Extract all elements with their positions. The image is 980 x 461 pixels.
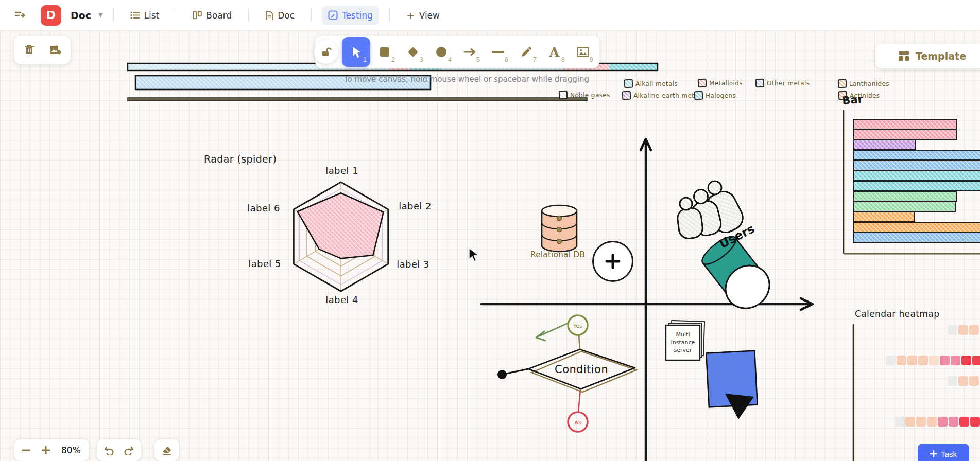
legend-label: Noble gases [570,91,610,99]
legend-item[interactable]: Other metals [755,79,810,87]
minus-icon [22,449,30,451]
calendar-heatmap[interactable] [851,319,980,461]
eraser-icon [161,445,173,455]
delete-button[interactable] [19,40,40,60]
diamond-icon [407,46,419,58]
tool-circle[interactable]: 4 [427,37,455,67]
tool-pencil[interactable]: 7 [512,37,540,67]
add-view-button[interactable]: + View [400,5,446,26]
note-line-2: Instance [671,339,695,346]
tool-line[interactable]: 6 [484,37,512,67]
whiteboard-canvas[interactable]: Noble gasesAlkali metalsAlkaline-earth m… [0,31,980,461]
tab-label: Board [206,10,232,21]
lock-button[interactable] [314,40,338,64]
tool-select[interactable]: 1 [342,37,370,67]
tool-image[interactable]: 9 [569,37,597,67]
circle-icon [436,46,447,58]
plus-icon [42,446,50,454]
doc-icon [265,11,273,20]
workspace-logo[interactable]: D [41,5,61,26]
tool-number: 3 [420,56,423,63]
radar-axis-label: label 6 [247,203,280,214]
chevron-down-icon: ▼ [98,12,102,19]
blue-square-shape[interactable] [699,346,761,423]
legend-item[interactable]: Alkaline-earth metals [622,91,704,100]
add-task-button[interactable]: Task [918,444,969,461]
yes-label: Yes [573,323,582,329]
tool-square[interactable]: 2 [370,37,399,67]
zoom-in-button[interactable] [37,441,55,459]
divider [176,9,176,22]
tool-number: 7 [533,56,537,63]
zoom-level[interactable]: 80% [56,445,86,455]
tool-number: 4 [448,56,452,63]
tool-text[interactable]: A 8 [540,37,569,67]
legend-item[interactable]: Alkali metals [624,79,678,88]
relational-db-label: Relational DB [530,250,584,259]
radar-axis-label: label 1 [325,165,358,176]
tool-arrow[interactable]: 5 [455,37,484,67]
template-label: Template [916,50,966,62]
zoom-controls: 80% [14,439,89,461]
undo-icon [104,445,115,455]
sidebar-toggle-icon[interactable] [14,10,26,21]
legend-swatch [698,79,707,88]
tool-number: 1 [363,56,367,63]
zoom-out-button[interactable] [17,441,36,459]
bar-chart-title: Bar [841,93,864,107]
legend-swatch [622,91,631,100]
doc-title: Doc [71,10,91,21]
selection-actions-panel [14,36,71,64]
legend-item[interactable]: Lanthanides [838,79,889,88]
relational-db-shape[interactable] [536,202,584,254]
add-view-label: View [419,10,440,21]
task-label: Task [941,450,957,458]
legend-label: Alkaline-earth metals [633,91,704,99]
shape-toolbar: 1 2 3 4 5 6 7 A 8 9 [315,36,599,68]
radar-axis-label: label 2 [399,201,432,211]
add-shape-circle-button[interactable] [592,241,633,282]
app-header: D Doc ▼ List Board Doc Testing + View [0,0,980,31]
legend-label: Other metals [767,79,810,87]
tab-testing[interactable]: Testing [322,6,379,25]
tab-label: Testing [342,10,373,21]
export-image-icon [48,44,62,56]
tool-diamond[interactable]: 3 [399,37,427,67]
tool-number: 8 [561,56,565,63]
divider [248,9,249,22]
redo-icon [123,445,134,455]
eraser-panel [154,439,179,461]
eraser-button[interactable] [158,441,176,459]
tab-list[interactable]: List [124,6,166,25]
undo-button[interactable] [100,441,118,459]
tab-board[interactable]: Board [186,6,238,25]
legend-item[interactable]: Metalloids [698,79,743,87]
users-drawing[interactable]: Users [669,172,790,306]
legend-swatch [694,91,703,100]
line-icon [492,50,504,54]
legend-item[interactable]: Halogens [694,91,736,100]
tool-number: 2 [391,56,395,63]
cursor-icon [351,46,362,58]
tab-doc[interactable]: Doc [259,6,301,25]
export-image-button[interactable] [45,40,65,60]
redo-button[interactable] [119,441,138,459]
bar-chart[interactable]: Bar [839,90,980,260]
whiteboard-icon [328,10,338,20]
legend-swatch [755,79,765,88]
no-label: No [574,420,581,425]
template-icon [898,51,909,61]
template-button[interactable]: Template [875,44,980,68]
radar-axis-label: label 5 [248,258,281,269]
doc-title-menu[interactable]: Doc ▼ [61,10,103,21]
note-line-3: server [674,347,692,353]
unlock-icon [320,46,332,58]
tab-label: List [144,10,160,21]
divider [389,9,390,22]
divider [113,9,114,22]
plus-icon: + [406,9,415,22]
condition-flowchart[interactable]: Yes Condition No [492,309,649,437]
plus-icon [604,253,622,270]
legend-item[interactable]: Noble gases [559,91,610,99]
divider [311,9,312,22]
